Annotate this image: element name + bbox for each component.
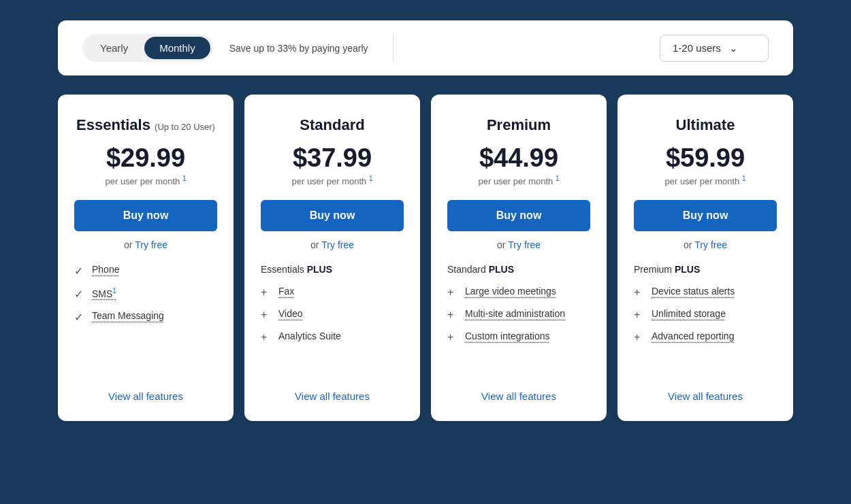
check-icon: ✓ <box>74 311 85 324</box>
plan-price-essentials: $29.99 <box>74 145 217 171</box>
plan-card-standard: Standard $37.99 per user per month 1 Buy… <box>244 95 420 421</box>
plan-name-standard: Standard <box>261 116 404 134</box>
plan-card-premium: Premium $44.99 per user per month 1 Buy … <box>431 95 607 421</box>
plan-name-essentials: Essentials (Up to 20 User) <box>74 116 217 134</box>
includes-ultimate: Premium PLUS <box>634 264 777 275</box>
try-free-link-standard[interactable]: Try free <box>321 239 354 250</box>
plus-icon: + <box>634 309 645 321</box>
plan-name-premium: Premium <box>447 116 590 134</box>
feature-item: ✓ SMS1 <box>74 287 217 301</box>
feature-item: + Unlimited storage <box>634 308 777 321</box>
yearly-toggle[interactable]: Yearly <box>85 37 143 59</box>
view-all-link-essentials[interactable]: View all features <box>74 390 217 402</box>
top-bar <box>0 0 851 12</box>
view-all-link-premium[interactable]: View all features <box>447 390 590 402</box>
plus-icon: + <box>261 286 272 299</box>
plan-price-premium: $44.99 <box>447 145 590 171</box>
view-all-link-ultimate[interactable]: View all features <box>634 390 777 402</box>
feature-item: + Fax <box>261 286 404 299</box>
divider <box>393 35 394 62</box>
plan-price-standard: $37.99 <box>261 145 404 171</box>
plan-period-ultimate: per user per month 1 <box>634 175 777 186</box>
plus-icon: + <box>261 309 272 321</box>
plus-icon: + <box>634 331 645 343</box>
feature-item: ✓ Phone <box>74 264 217 278</box>
feature-item: + Advanced reporting <box>634 331 777 343</box>
buy-button-ultimate[interactable]: Buy now <box>634 200 777 231</box>
chevron-down-icon: ⌄ <box>729 42 738 54</box>
try-free-ultimate: or Try free <box>634 239 777 250</box>
plus-icon: + <box>447 286 458 299</box>
plus-icon: + <box>634 286 645 299</box>
view-all-link-standard[interactable]: View all features <box>261 390 404 402</box>
feature-item: ✓ Team Messaging <box>74 310 217 324</box>
features-list-premium: + Large video meetings + Multi-site admi… <box>447 286 590 377</box>
plus-icon: + <box>447 331 458 343</box>
try-free-link-ultimate[interactable]: Try free <box>694 239 727 250</box>
plans-section: Essentials (Up to 20 User) $29.99 per us… <box>58 95 793 421</box>
plan-name-ultimate: Ultimate <box>634 116 777 134</box>
monthly-toggle[interactable]: Monthly <box>144 37 210 59</box>
feature-item: + Custom integrations <box>447 331 590 343</box>
buy-button-premium[interactable]: Buy now <box>447 200 590 231</box>
feature-item: + Multi-site administration <box>447 308 590 321</box>
feature-item: + Large video meetings <box>447 286 590 299</box>
plan-card-ultimate: Ultimate $59.99 per user per month 1 Buy… <box>617 95 793 421</box>
try-free-essentials: or Try free <box>74 239 217 250</box>
includes-premium: Standard PLUS <box>447 264 590 275</box>
plan-period-essentials: per user per month 1 <box>74 175 217 186</box>
check-icon: ✓ <box>74 288 85 301</box>
try-free-link-essentials[interactable]: Try free <box>135 239 167 250</box>
feature-item: + Analytics Suite <box>261 331 404 343</box>
features-list-standard: + Fax + Video + Analytics Suite <box>261 286 404 377</box>
includes-standard: Essentials PLUS <box>261 264 404 275</box>
try-free-standard: or Try free <box>261 239 404 250</box>
plan-period-premium: per user per month 1 <box>447 175 590 186</box>
features-list-ultimate: + Device status alerts + Unlimited stora… <box>634 286 777 377</box>
billing-bar: Yearly Monthly Save up to 33% by paying … <box>58 20 793 75</box>
save-text: Save up to 33% by paying yearly <box>229 43 368 54</box>
plus-icon: + <box>261 331 272 343</box>
check-icon: ✓ <box>74 265 85 278</box>
plan-card-essentials: Essentials (Up to 20 User) $29.99 per us… <box>58 95 234 421</box>
try-free-premium: or Try free <box>447 239 590 250</box>
features-list-essentials: ✓ Phone ✓ SMS1 ✓ Team Messaging <box>74 264 217 377</box>
feature-item: + Device status alerts <box>634 286 777 299</box>
plan-price-ultimate: $59.99 <box>634 145 777 171</box>
billing-toggle: Yearly Monthly <box>82 34 213 62</box>
plan-period-standard: per user per month 1 <box>261 175 404 186</box>
users-dropdown-value: 1-20 users <box>673 42 721 54</box>
users-dropdown[interactable]: 1-20 users ⌄ <box>660 35 769 62</box>
try-free-link-premium[interactable]: Try free <box>508 239 541 250</box>
feature-item: + Video <box>261 308 404 321</box>
buy-button-essentials[interactable]: Buy now <box>74 200 217 231</box>
plus-icon: + <box>447 309 458 321</box>
buy-button-standard[interactable]: Buy now <box>261 200 404 231</box>
